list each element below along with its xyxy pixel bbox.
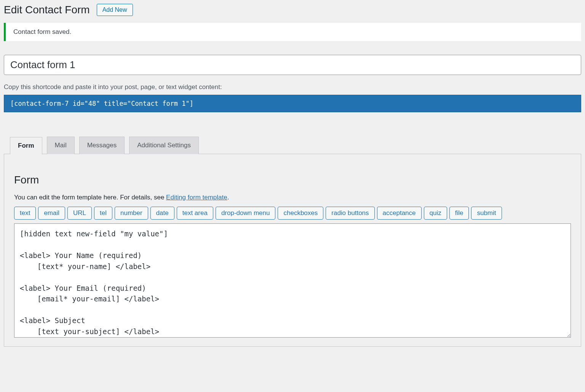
tag-button-URL[interactable]: URL [67, 207, 92, 220]
shortcode-label: Copy this shortcode and paste it into yo… [4, 83, 581, 91]
editing-form-template-link[interactable]: Editing form template [166, 194, 227, 201]
tag-button-radio-buttons[interactable]: radio buttons [326, 207, 374, 220]
tab-additional-settings[interactable]: Additional Settings [129, 137, 199, 154]
tag-button-checkboxes[interactable]: checkboxes [278, 207, 323, 220]
add-new-button[interactable]: Add New [97, 4, 133, 16]
tag-button-submit[interactable]: submit [471, 207, 502, 220]
tab-panel-form: Form You can edit the form template here… [4, 154, 581, 347]
tag-button-quiz[interactable]: quiz [424, 207, 447, 220]
form-section-heading: Form [14, 174, 571, 186]
form-title-input[interactable] [4, 55, 581, 75]
tag-button-drop-down-menu[interactable]: drop-down menu [216, 207, 276, 220]
tag-button-acceptance[interactable]: acceptance [377, 207, 422, 220]
tab-form[interactable]: Form [10, 137, 42, 155]
tab-mail[interactable]: Mail [47, 137, 75, 154]
tag-button-text-area[interactable]: text area [177, 207, 213, 220]
form-template-editor[interactable] [14, 223, 571, 338]
tag-button-number[interactable]: number [115, 207, 148, 220]
tag-button-file[interactable]: file [449, 207, 469, 220]
shortcode-value[interactable]: [contact-form-7 id="48" title="Contact f… [4, 95, 581, 112]
tabs-container: FormMailMessagesAdditional Settings Form… [4, 137, 581, 347]
tab-messages[interactable]: Messages [79, 137, 125, 154]
tag-button-date[interactable]: date [150, 207, 174, 220]
notice-saved: Contact form saved. [4, 23, 581, 41]
tag-button-text[interactable]: text [14, 207, 36, 220]
page-title: Edit Contact Form [4, 4, 90, 16]
tag-button-tel[interactable]: tel [94, 207, 112, 220]
form-section-description: You can edit the form template here. For… [14, 194, 571, 201]
tag-button-email[interactable]: email [38, 207, 65, 220]
